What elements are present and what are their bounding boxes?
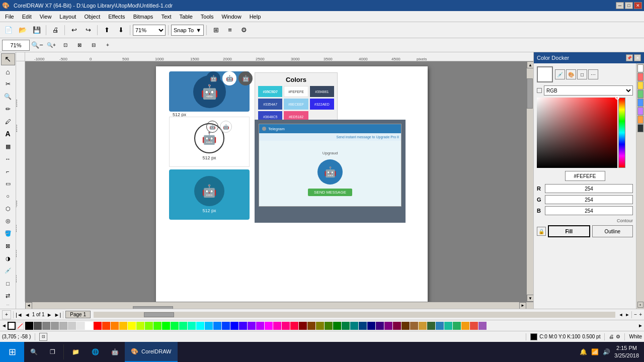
menu-edit[interactable]: Edit	[18, 11, 36, 22]
zoom-fit-btn[interactable]: ⊡	[59, 39, 72, 51]
tool-ellipse[interactable]: ○	[1, 190, 15, 202]
side-swatch-red[interactable]	[637, 73, 643, 81]
palette-swatch[interactable]	[470, 322, 478, 330]
palette-swatch[interactable]	[342, 322, 350, 330]
palette-swatch[interactable]	[401, 322, 410, 330]
save-btn[interactable]: 💾	[30, 24, 43, 36]
palette-swatch[interactable]	[136, 322, 144, 330]
palette-swatch[interactable]	[102, 322, 110, 330]
palette-swatch[interactable]	[248, 322, 256, 330]
palette-swatch[interactable]	[273, 322, 281, 330]
color-preview-swatch[interactable]	[537, 66, 553, 82]
palette-arrow-right[interactable]: ►	[637, 323, 644, 328]
palette-swatch[interactable]	[316, 322, 324, 330]
scroll-thumb-v[interactable]	[527, 78, 533, 109]
side-swatch-orange[interactable]	[637, 116, 643, 124]
add-page-btn[interactable]: +	[101, 39, 114, 51]
tool-select[interactable]: ↖	[1, 53, 15, 65]
status-icon-1[interactable]: 🖨	[609, 334, 614, 339]
wifi-icon[interactable]: 📶	[591, 348, 599, 355]
palette-swatch[interactable]	[239, 322, 247, 330]
palette-swatch[interactable]	[290, 322, 298, 330]
tool-crop[interactable]: ✂	[1, 78, 15, 90]
menu-effects[interactable]: Effects	[104, 11, 129, 22]
swatch-1[interactable]: #35C5D7	[258, 86, 282, 97]
palette-swatch[interactable]	[325, 322, 333, 330]
palette-swatch[interactable]	[265, 322, 273, 330]
palette-swatch[interactable]	[76, 322, 85, 330]
tool-dimension[interactable]: ↔	[1, 153, 15, 165]
options-btn[interactable]: ⚙	[237, 24, 251, 36]
lock-btn[interactable]: 🔒	[537, 227, 546, 236]
close-button[interactable]: ✕	[634, 2, 642, 9]
palette-swatch[interactable]	[119, 322, 127, 330]
new-btn[interactable]: 📄	[2, 24, 15, 36]
palette-swatch[interactable]	[384, 322, 392, 330]
taskbar-app1[interactable]: 🤖	[105, 342, 125, 362]
tool-spiral[interactable]: ◎	[1, 215, 15, 227]
b-input[interactable]	[545, 206, 633, 215]
tool-text[interactable]: A	[1, 128, 15, 140]
send-message-btn[interactable]: SEND MESSAGE	[308, 189, 352, 196]
palette-swatch[interactable]	[444, 322, 452, 330]
palette-swatch[interactable]	[478, 322, 487, 330]
redo-btn[interactable]: ↪	[82, 24, 95, 36]
menu-file[interactable]: File	[1, 11, 18, 22]
palette-swatch[interactable]	[213, 322, 221, 330]
palette-swatch[interactable]	[436, 322, 444, 330]
tool-table[interactable]: ▦	[1, 140, 15, 152]
menu-view[interactable]: View	[36, 11, 56, 22]
palette-swatch[interactable]	[25, 322, 33, 330]
page-scroll-right[interactable]: ►	[625, 312, 629, 317]
hue-bar[interactable]	[618, 98, 625, 168]
fill-btn[interactable]: Fill	[548, 225, 590, 237]
side-swatch-purple[interactable]	[637, 107, 643, 115]
palette-swatch[interactable]	[333, 322, 341, 330]
palette-swatch[interactable]	[367, 322, 375, 330]
palette-swatch[interactable]	[299, 322, 307, 330]
eyedropper-tool-btn[interactable]: 💉	[555, 69, 565, 79]
tool-mesh[interactable]: ⊠	[1, 240, 15, 252]
palette-swatch[interactable]	[59, 322, 67, 330]
palette-swatch[interactable]	[205, 322, 213, 330]
palette-swatch[interactable]	[256, 322, 264, 330]
volume-icon[interactable]: 🔊	[603, 348, 610, 355]
outline-btn[interactable]: Outline	[592, 225, 633, 237]
color-swatches-btn[interactable]: □	[577, 69, 587, 79]
palette-swatch[interactable]	[410, 322, 418, 330]
page-scroll-thumb[interactable]	[144, 312, 174, 317]
distribute-btn[interactable]: ≡	[223, 24, 236, 36]
side-swatch-white[interactable]	[637, 64, 643, 72]
tool-rectangle[interactable]: ▭	[1, 178, 15, 190]
side-swatch-green[interactable]	[637, 90, 643, 98]
color-more-btn[interactable]: ⋯	[588, 69, 598, 79]
palette-swatch[interactable]	[171, 322, 179, 330]
side-swatch-dark[interactable]	[637, 124, 643, 132]
taskbar-explorer[interactable]: 📁	[66, 342, 86, 362]
page-last-btn[interactable]: ►|	[54, 312, 61, 318]
canvas-drawing-area[interactable]: 🤖 🤖 🤖 🤖 512 px Colors	[25, 61, 526, 302]
r-input[interactable]	[545, 184, 633, 193]
menu-help[interactable]: Help	[246, 11, 265, 22]
maximize-button[interactable]: □	[625, 2, 633, 9]
palette-swatch[interactable]	[68, 322, 76, 330]
palette-swatch[interactable]	[51, 322, 59, 330]
palette-swatch[interactable]	[111, 322, 119, 330]
tool-polygon[interactable]: ⬡	[1, 203, 15, 215]
palette-swatch[interactable]	[42, 322, 50, 330]
print-btn[interactable]: 🖨	[49, 24, 62, 36]
menu-text[interactable]: Text	[157, 11, 175, 22]
scroll-down-btn[interactable]: ▼	[527, 295, 533, 302]
palette-swatch[interactable]	[419, 322, 427, 330]
scrollbar-horizontal[interactable]: ◄ ►	[25, 302, 533, 309]
menu-layout[interactable]: Layout	[55, 11, 80, 22]
color-model-select[interactable]: RGB	[544, 85, 633, 96]
notification-icon[interactable]: 🔔	[580, 348, 587, 355]
tool-connector[interactable]: ⌐	[1, 165, 15, 177]
menu-object[interactable]: Object	[80, 11, 104, 22]
tool-eyedropper[interactable]: 💉	[1, 265, 15, 277]
page-prev-btn[interactable]: ◄	[25, 312, 30, 318]
tool-zoom[interactable]: 🔍	[1, 90, 15, 103]
menu-window[interactable]: Window	[218, 11, 246, 22]
side-swatch-blue[interactable]	[637, 99, 643, 107]
